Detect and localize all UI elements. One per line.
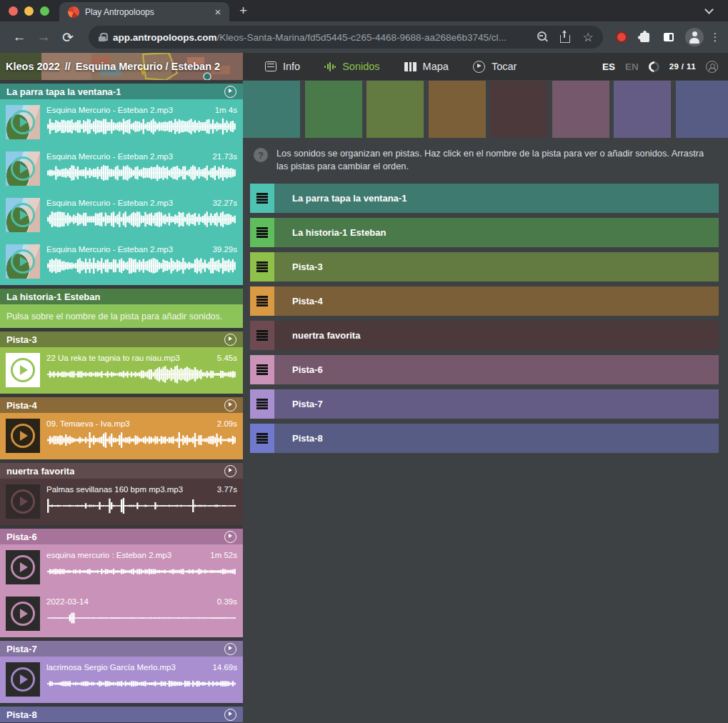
track-row-label[interactable]: Pista-4 (274, 286, 719, 316)
clip-thumbnail[interactable] (6, 550, 40, 584)
track-row-label[interactable]: Pista-6 (274, 355, 719, 384)
project-map-banner[interactable]: Kleos 2022 // Esquina Mercurio / Esteban… (0, 53, 243, 80)
clip-play-icon[interactable] (11, 489, 35, 514)
nav-item-info[interactable]: Info (253, 53, 312, 80)
clip-thumbnail[interactable] (6, 244, 40, 279)
audio-clip[interactable]: Esquina Mercurio - Esteban 2.mp3 39.29s (0, 239, 243, 285)
clip-thumbnail[interactable] (6, 597, 40, 631)
bookmark-star-icon[interactable]: ☆ (580, 29, 596, 45)
clip-play-icon[interactable] (11, 667, 35, 692)
track-row-label[interactable]: La historia-1 Esteban (274, 218, 719, 247)
clip-play-icon[interactable] (11, 602, 35, 626)
nav-item-tocar[interactable]: Tocar (461, 53, 529, 80)
track-play-icon[interactable] (224, 334, 236, 346)
clip-play-icon[interactable] (11, 424, 35, 448)
clip-thumbnail[interactable] (6, 353, 40, 387)
audio-clip[interactable]: lacrimosa Sergio García Merlo.mp3 14.69s (0, 657, 243, 703)
track-row[interactable]: Pista-4 (250, 286, 719, 316)
browser-menu-icon[interactable]: ⋮ (709, 31, 721, 44)
breadcrumb-project[interactable]: Kleos 2022 (6, 61, 60, 72)
track-row-label[interactable]: La parra tapa la ventana-1 (274, 184, 719, 213)
recording-indicator-icon[interactable] (616, 31, 627, 43)
clip-thumbnail[interactable] (6, 662, 40, 697)
share-icon[interactable] (557, 29, 573, 45)
audio-clip[interactable]: esquina mercurio : Esteban 2.mp3 1m 52s (0, 544, 243, 591)
audio-clip[interactable]: Esquina Mercurio - Esteban 2.mp3 1m 4s (0, 99, 243, 146)
sidebar-track-header[interactable]: La historia-1 Esteban (0, 289, 243, 304)
lang-en-button[interactable]: EN (625, 61, 639, 72)
audio-clip[interactable]: 22 Ua reka te tagnia to rau niau.mp3 5.4… (0, 347, 243, 394)
clip-play-icon[interactable] (11, 156, 35, 181)
audio-clip[interactable]: 2022-03-14 0.39s (0, 591, 243, 637)
sidebar-track-header[interactable]: Pista-7 (0, 641, 243, 657)
track-row[interactable]: Pista-8 (250, 424, 719, 453)
tab-close-icon[interactable]: × (212, 6, 224, 18)
track-row[interactable]: La historia-1 Esteban (250, 218, 719, 247)
sidebar-track-header[interactable]: Pista-8 (0, 707, 243, 722)
clip-play-icon[interactable] (11, 249, 35, 274)
clip-thumbnail[interactable] (6, 151, 40, 186)
track-play-icon[interactable] (224, 709, 236, 721)
drag-handle[interactable] (250, 355, 274, 384)
track-play-icon[interactable] (224, 86, 236, 98)
nav-item-mapa[interactable]: Mapa (392, 53, 461, 80)
clip-play-icon[interactable] (11, 203, 35, 227)
sidebar-track-header[interactable]: Pista-4 (0, 397, 243, 413)
track-play-icon[interactable] (224, 531, 236, 543)
track-row-label[interactable]: nuertra favorita (274, 321, 719, 350)
close-window-button[interactable] (9, 6, 18, 16)
nav-item-sonidos[interactable]: Sonidos (312, 53, 392, 80)
clip-thumbnail[interactable] (6, 419, 40, 453)
audio-clip[interactable]: Palmas sevillanas 160 bpm mp3.mp3 3.77s (0, 479, 243, 525)
side-panel-icon[interactable] (664, 33, 674, 41)
lang-es-button[interactable]: ES (602, 61, 615, 72)
lock-icon[interactable] (99, 33, 106, 41)
track-row[interactable]: La parra tapa la ventana-1 (250, 184, 719, 213)
track-row[interactable]: Pista-6 (250, 355, 719, 384)
address-bar[interactable]: app.antropoloops.com/Kleos-Santa-Marina/… (89, 26, 603, 49)
drag-handle[interactable] (250, 184, 274, 213)
back-button[interactable]: ← (9, 26, 30, 48)
maximize-window-button[interactable] (40, 6, 49, 16)
clip-thumbnail[interactable] (6, 198, 40, 232)
drag-handle[interactable] (250, 389, 274, 419)
track-play-icon[interactable] (224, 643, 236, 655)
drag-handle[interactable] (250, 218, 274, 247)
clip-thumbnail[interactable] (6, 484, 40, 519)
track-row[interactable]: nuertra favorita (250, 321, 719, 350)
profile-avatar[interactable] (685, 28, 704, 46)
clip-thumbnail[interactable] (6, 105, 40, 139)
sidebar-track-header[interactable]: nuertra favorita (0, 463, 243, 479)
sidebar-track-header[interactable]: Pista-3 (0, 331, 243, 347)
tab-search-chevron-icon[interactable] (706, 6, 712, 13)
macos-window-controls[interactable] (0, 0, 59, 21)
url-text[interactable]: app.antropoloops.com/Kleos-Santa-Marina/… (113, 32, 527, 43)
sidebar-track-header[interactable]: La parra tapa la ventana-1 (0, 84, 243, 99)
clip-play-icon[interactable] (11, 555, 35, 579)
minimize-window-button[interactable] (24, 6, 34, 16)
browser-tab[interactable]: Play Antropoloops × (59, 2, 229, 21)
account-icon[interactable] (706, 61, 718, 73)
drag-handle[interactable] (250, 321, 274, 350)
clip-play-icon[interactable] (11, 110, 35, 134)
drag-handle[interactable] (250, 252, 274, 281)
audio-clip[interactable]: Esquina Mercurio - Esteban 2.mp3 32.27s (0, 192, 243, 239)
drag-handle[interactable] (250, 286, 274, 316)
track-play-icon[interactable] (224, 399, 236, 412)
new-tab-button[interactable]: + (229, 2, 247, 21)
audio-clip[interactable]: 09. Temaeva - Iva.mp3 2.09s (0, 413, 243, 459)
track-row[interactable]: Pista-3 (250, 252, 719, 281)
audio-clip[interactable]: Esquina Mercurio - Esteban 2.mp3 21.73s (0, 146, 243, 192)
zoom-out-icon[interactable] (534, 29, 550, 45)
drag-handle[interactable] (250, 424, 274, 453)
sidebar-track-header[interactable]: Pista-6 (0, 529, 243, 544)
clip-play-icon[interactable] (11, 358, 35, 382)
track-play-icon[interactable] (224, 465, 236, 477)
extensions-puzzle-icon[interactable] (640, 33, 649, 42)
reload-button[interactable]: ⟳ (57, 26, 79, 48)
forward-button[interactable]: → (33, 26, 54, 48)
track-row[interactable]: Pista-7 (250, 389, 719, 419)
track-row-label[interactable]: Pista-3 (274, 252, 719, 281)
track-row-label[interactable]: Pista-8 (274, 424, 719, 453)
track-row-label[interactable]: Pista-7 (274, 389, 719, 419)
